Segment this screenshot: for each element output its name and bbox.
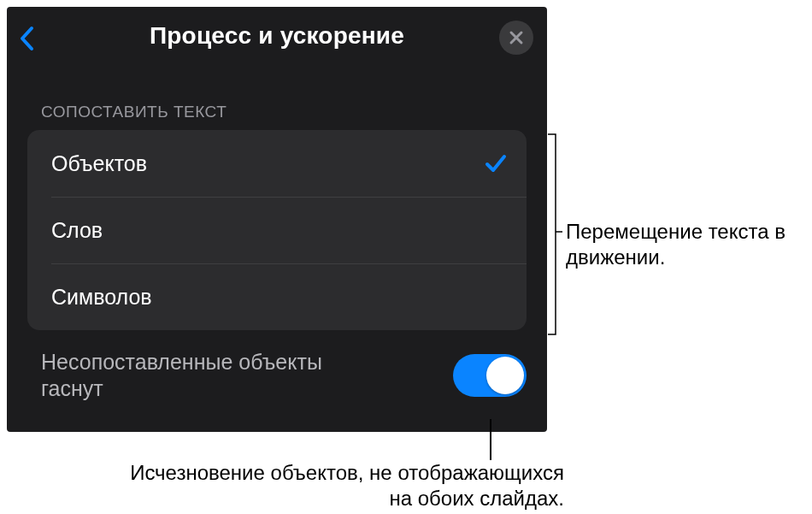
option-label: Слов <box>51 218 103 243</box>
panel-header: Процесс и ускорение <box>7 7 547 65</box>
close-button[interactable] <box>499 21 533 55</box>
toggle-knob <box>486 357 524 394</box>
unmatched-fade-toggle[interactable] <box>453 354 527 397</box>
callout-text-motion: Перемещение текста в движении. <box>566 219 812 270</box>
callout-bracket <box>547 133 562 335</box>
checkmark-icon <box>484 151 508 175</box>
unmatched-fade-label: Несопоставленные объекты гаснут <box>41 349 366 403</box>
callout-fade-description: Исчезновение объектов, не отображающихся… <box>120 460 564 511</box>
unmatched-fade-row: Несопоставленные объекты гаснут <box>41 349 527 403</box>
option-label: Объектов <box>51 151 147 176</box>
chevron-left-icon <box>19 26 36 51</box>
option-words[interactable]: Слов <box>27 197 527 263</box>
close-icon <box>509 30 524 45</box>
settings-panel: Процесс и ускорение Сопоставить текст Об… <box>7 7 547 432</box>
panel-title: Процесс и ускорение <box>150 22 404 50</box>
back-button[interactable] <box>19 26 38 51</box>
section-header-match-text: Сопоставить текст <box>41 103 547 121</box>
option-label: Символов <box>51 285 152 310</box>
option-objects[interactable]: Объектов <box>27 130 527 197</box>
match-text-list: Объектов Слов Символов <box>27 130 527 330</box>
option-characters[interactable]: Символов <box>27 263 527 330</box>
